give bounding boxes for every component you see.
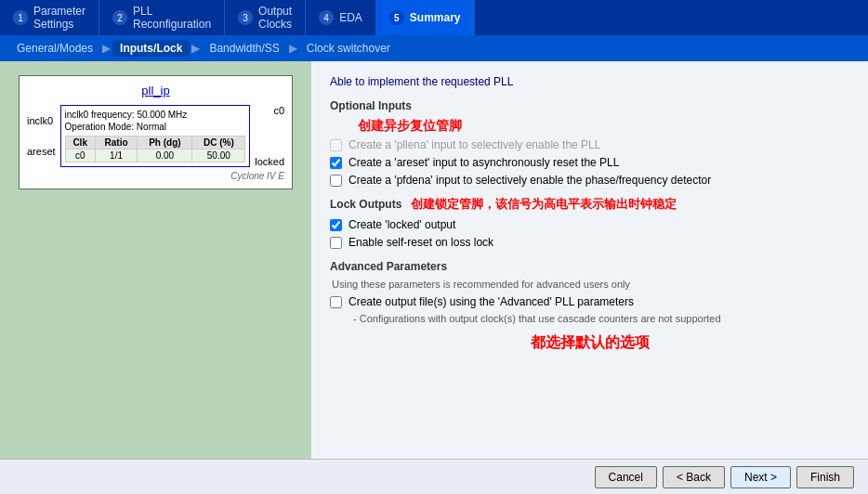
finish-button[interactable]: Finish (796, 466, 854, 488)
bottom-annotation: 都选择默认的选项 (330, 333, 849, 353)
pll-col-clk: Clk (65, 136, 95, 150)
left-panel: pll_ip inclk0 areset inclk0 frequency: 5… (0, 61, 311, 459)
pll-center-box: inclk0 frequency: 50.000 MHz Operation M… (60, 105, 251, 167)
pll-table: Clk Ratio Ph (dg) DC (%) c0 1/1 0.00 (65, 136, 246, 162)
subnav-label-inputs: Inputs/Lock (120, 42, 182, 55)
subnav-arrow-2: ▶ (191, 42, 200, 55)
pll-col-dc: DC (%) (192, 136, 245, 150)
subnav-bandwidth-ss[interactable]: Bandwidth/SS (202, 42, 286, 55)
main-content: pll_ip inclk0 areset inclk0 frequency: 5… (0, 61, 868, 459)
tab-num-2: 2 (112, 10, 127, 25)
advanced-title: Advanced Parameters (330, 260, 849, 273)
pll-col-ratio: Ratio (95, 136, 138, 150)
checkbox-pllena[interactable] (330, 139, 342, 151)
sub-nav-bar: General/Modes ▶ Inputs/Lock ▶ Bandwidth/… (0, 35, 868, 61)
tab-num-1: 1 (13, 10, 28, 25)
top-tab-bar: 1 ParameterSettings 2 PLLReconfiguration… (0, 0, 868, 35)
optional-inputs-title: Optional Inputs (330, 99, 849, 112)
pll-inner: inclk0 areset inclk0 frequency: 50.000 M… (27, 105, 284, 167)
tab-label-4: EDA (339, 11, 362, 24)
tab-label-2: PLLReconfiguration (133, 5, 211, 31)
pll-left-labels: inclk0 areset (27, 105, 56, 167)
label-advanced-output: Create output file(s) using the 'Advance… (349, 295, 634, 308)
tab-num-5: 5 (389, 10, 404, 25)
tab-summary[interactable]: 5 Summary (376, 0, 475, 35)
pll-row-clk: c0 (65, 150, 95, 162)
checkbox-locked[interactable] (330, 219, 342, 231)
tab-eda[interactable]: 4 EDA (306, 0, 376, 35)
bottom-bar: Cancel < Back Next > Finish (0, 459, 868, 494)
subnav-general-modes[interactable]: General/Modes (9, 42, 100, 55)
checkbox-pfdena[interactable] (330, 175, 342, 187)
subnav-arrow-1: ▶ (102, 42, 111, 55)
tab-num-4: 4 (319, 10, 334, 25)
advanced-sub-note: - Configurations with output clock(s) th… (353, 313, 849, 324)
label-pllena: Create a 'pllena' input to selectively e… (349, 138, 600, 151)
checkbox-advanced-output[interactable] (330, 296, 342, 308)
option-self-reset: Enable self-reset on loss lock (330, 236, 849, 249)
next-button[interactable]: Next > (730, 466, 791, 488)
option-areset: Create a 'areset' input to asynchronousl… (330, 156, 849, 169)
tab-label-5: Summary (410, 11, 461, 24)
tab-pll-reconfig[interactable]: 2 PLLReconfiguration (99, 0, 225, 35)
pll-mode-line: Operation Mode: Normal (65, 122, 246, 132)
lock-outputs-title: Lock Outputs (330, 198, 401, 211)
pll-input-areset: areset (27, 146, 56, 157)
pll-right-labels: c0 locked (255, 105, 284, 167)
label-self-reset: Enable self-reset on loss lock (349, 236, 493, 249)
pll-output-locked: locked (255, 156, 284, 167)
pll-title: pll_ip (27, 84, 284, 98)
table-row: c0 1/1 0.00 50.00 (65, 150, 245, 162)
option-locked: Create 'locked' output (330, 218, 849, 231)
status-text: Able to implement the requested PLL (330, 75, 849, 88)
tab-num-3: 3 (238, 10, 253, 25)
tab-output-clocks[interactable]: 3 OutputClocks (225, 0, 306, 35)
option-pfdena: Create a 'pfdena' input to selectively e… (330, 174, 849, 187)
checkbox-areset[interactable] (330, 157, 342, 169)
pll-freq-line: inclk0 frequency: 50.000 MHz (65, 110, 246, 120)
right-panel: Able to implement the requested PLL Opti… (311, 61, 868, 459)
option-advanced-output: Create output file(s) using the 'Advance… (330, 295, 849, 308)
tab-label-3: OutputClocks (258, 5, 292, 31)
pll-output-c0: c0 (273, 105, 284, 116)
subnav-arrow-3: ▶ (289, 42, 297, 55)
subnav-clock-switchover[interactable]: Clock switchover (299, 42, 398, 55)
subnav-label-general: General/Modes (17, 42, 93, 55)
option-pllena: Create a 'pllena' input to selectively e… (330, 138, 849, 151)
label-areset: Create a 'areset' input to asynchronousl… (349, 156, 619, 169)
tab-parameter-settings[interactable]: 1 ParameterSettings (0, 0, 99, 35)
tab-label-1: ParameterSettings (33, 5, 85, 31)
label-pfdena: Create a 'pfdena' input to selectively e… (349, 174, 711, 187)
pll-diagram: pll_ip inclk0 areset inclk0 frequency: 5… (19, 75, 293, 189)
pll-device-label: Cyclone IV E (27, 171, 284, 181)
optional-inputs-annotation: 创建异步复位管脚 (358, 118, 849, 135)
lock-outputs-annotation: 创建锁定管脚，该信号为高电平表示输出时钟稳定 (411, 196, 677, 213)
pll-input-inclk0: inclk0 (27, 115, 56, 126)
subnav-label-bandwidth: Bandwidth/SS (209, 42, 279, 55)
subnav-inputs-lock[interactable]: Inputs/Lock (112, 40, 190, 57)
back-button[interactable]: < Back (663, 466, 725, 488)
pll-row-ratio: 1/1 (95, 150, 138, 162)
pll-col-ph: Ph (dg) (138, 136, 192, 150)
checkbox-self-reset[interactable] (330, 237, 342, 249)
cancel-button[interactable]: Cancel (595, 466, 657, 488)
subnav-label-clock: Clock switchover (307, 42, 390, 55)
label-locked: Create 'locked' output (349, 218, 455, 231)
pll-row-dc: 50.00 (192, 150, 245, 162)
pll-row-ph: 0.00 (138, 150, 192, 162)
advanced-note: Using these parameters is recommended fo… (332, 279, 849, 290)
